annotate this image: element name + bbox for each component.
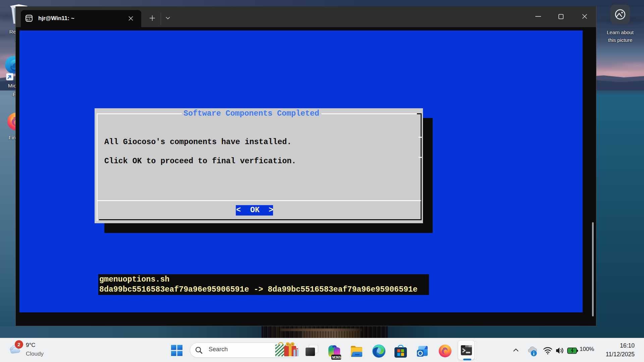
svg-text:c:\: c:\ <box>26 17 30 21</box>
svg-text:M365: M365 <box>332 355 341 359</box>
